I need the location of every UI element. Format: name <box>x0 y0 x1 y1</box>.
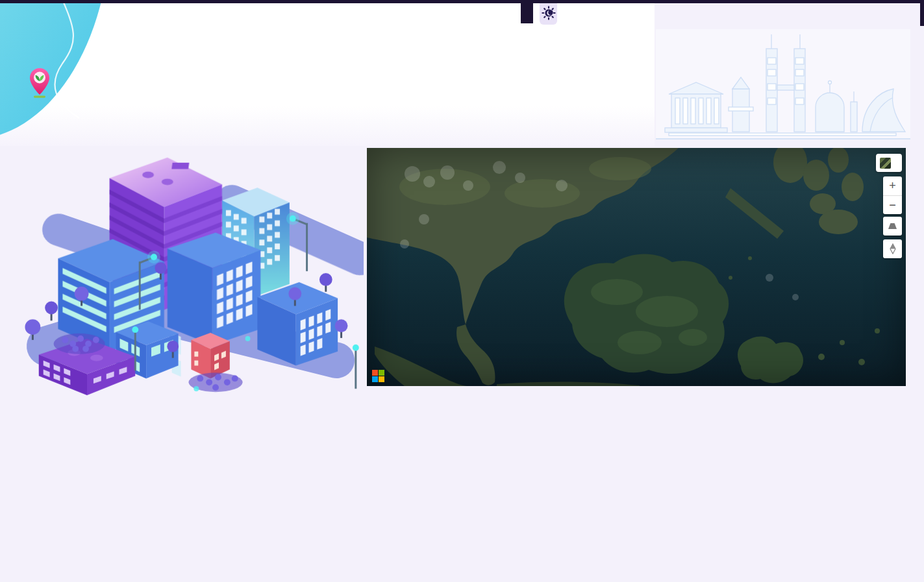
zoom-in-button[interactable]: + <box>883 176 902 195</box>
map-style-satellite-button[interactable] <box>876 154 902 172</box>
zoom-out-button[interactable]: − <box>883 195 902 214</box>
city-illustration <box>3 139 364 396</box>
plus-icon: + <box>889 179 896 193</box>
microsoft-logo-icon <box>372 370 384 382</box>
location-pin-icon <box>29 67 51 101</box>
satellite-thumbnail-icon <box>880 158 891 169</box>
population-card <box>656 29 910 139</box>
dashboard-root: + − <box>0 0 924 582</box>
pitch-toggle-button[interactable] <box>883 217 902 236</box>
satellite-basemap <box>367 148 906 386</box>
compass-button[interactable] <box>883 239 902 258</box>
theme-toggle-button[interactable] <box>540 3 557 25</box>
header-panel <box>0 3 655 146</box>
minus-icon: − <box>889 199 896 212</box>
map-attribution <box>897 376 901 384</box>
compass-needle-icon <box>889 243 897 254</box>
right-edge-strip <box>920 0 924 26</box>
tab-bar-notch <box>521 0 533 23</box>
map-brand <box>372 370 388 382</box>
factors-heading <box>12 410 15 423</box>
pitch-icon <box>888 223 897 229</box>
top-accent-strip <box>0 0 924 3</box>
azure-map[interactable]: + − <box>367 148 906 386</box>
tab-bar <box>536 3 557 25</box>
city-skyline-illustration <box>656 29 910 138</box>
map-zoom-control: + − <box>883 176 902 214</box>
sun-moon-icon <box>542 6 556 23</box>
